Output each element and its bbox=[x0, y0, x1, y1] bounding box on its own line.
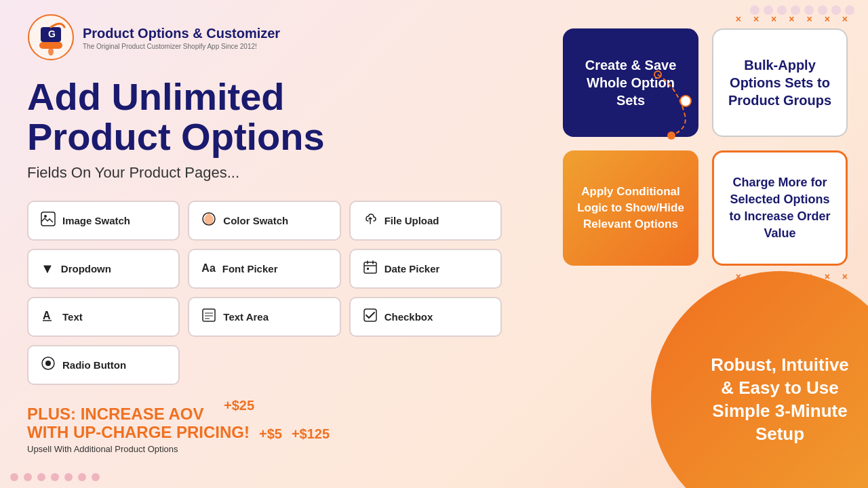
text-icon: A bbox=[41, 308, 56, 326]
card-conditional-logic[interactable]: Apply Conditional Logic to Show/Hide Rel… bbox=[563, 150, 698, 266]
circle-line1: Robust, Intuitive bbox=[711, 354, 849, 377]
right-panel: × × × × × × × Create & Save Whole Option… bbox=[454, 14, 848, 282]
svg-point-15 bbox=[45, 361, 51, 366]
price-tag-3: +$25 bbox=[224, 398, 254, 413]
text-label: Text bbox=[62, 311, 83, 323]
aov-section: PLUS: INCREASE AOV WITH UP-CHARGE PRICIN… bbox=[27, 405, 330, 454]
x-pattern-top: × × × × × × × bbox=[454, 14, 848, 24]
option-btn-radio-button[interactable]: Radio Button bbox=[27, 345, 180, 385]
main-headline: Add Unlimited Product Options bbox=[27, 77, 393, 157]
sub-headline: Fields On Your Product Pages... bbox=[27, 164, 393, 182]
text-area-label: Text Area bbox=[223, 311, 269, 323]
aov-main-line2: WITH UP-CHARGE PRICING! bbox=[27, 424, 250, 441]
svg-text:G: G bbox=[48, 28, 56, 39]
cards-bottom-row: Apply Conditional Logic to Show/Hide Rel… bbox=[454, 150, 848, 266]
svg-point-6 bbox=[44, 215, 47, 218]
option-btn-color-swatch[interactable]: Color Swatch bbox=[188, 201, 340, 241]
logo-area: G Product Options & Customizer The Origi… bbox=[27, 14, 393, 61]
app-logo-icon: G bbox=[27, 14, 75, 61]
card-conditional-logic-label: Apply Conditional Logic to Show/Hide Rel… bbox=[576, 184, 685, 232]
aov-text-block: PLUS: INCREASE AOV WITH UP-CHARGE PRICIN… bbox=[27, 405, 250, 454]
x-mark-1: × bbox=[736, 14, 741, 24]
x-mark-2: × bbox=[753, 14, 759, 24]
deco-dots-bottom bbox=[10, 473, 100, 481]
file-upload-label: File Upload bbox=[384, 215, 439, 226]
card-bulk-apply-label: Bulk-Apply Options Sets to Product Group… bbox=[727, 56, 833, 109]
options-grid: Image Swatch Color Swatch File Upload ▼ … bbox=[27, 201, 502, 385]
option-btn-checkbox[interactable]: Checkbox bbox=[349, 297, 502, 337]
big-orange-circle: Robust, Intuitive & Easy to Use Simple 3… bbox=[651, 271, 868, 488]
image-swatch-icon bbox=[41, 211, 56, 230]
svg-rect-8 bbox=[364, 262, 376, 273]
price-tag-2: +$125 bbox=[292, 426, 330, 442]
x-mark-3: × bbox=[771, 14, 776, 24]
text-area-icon bbox=[201, 308, 216, 326]
app-title: Product Options & Customizer bbox=[83, 25, 280, 41]
svg-text:A: A bbox=[43, 310, 51, 321]
circle-line4: Setup bbox=[711, 423, 849, 446]
aov-badge: PLUS: bbox=[27, 405, 81, 423]
option-btn-text[interactable]: A Text bbox=[27, 297, 180, 337]
x-mark-5: × bbox=[806, 14, 812, 24]
radio-button-icon bbox=[41, 356, 56, 374]
option-btn-dropdown[interactable]: ▼ Dropdown bbox=[27, 249, 180, 289]
x-mark-b7: × bbox=[842, 271, 848, 282]
circle-line3: Simple 3-Minute bbox=[711, 400, 849, 423]
card-charge-more-label: Charge More for Selected Options to Incr… bbox=[728, 174, 832, 243]
option-btn-image-swatch[interactable]: Image Swatch bbox=[27, 201, 180, 241]
svg-rect-12 bbox=[203, 309, 215, 321]
font-picker-icon: Aa bbox=[201, 262, 215, 274]
logo-text: Product Options & Customizer The Origina… bbox=[83, 25, 280, 50]
x-mark-7: × bbox=[842, 14, 848, 24]
option-btn-text-area[interactable]: Text Area bbox=[188, 297, 340, 337]
x-mark-4: × bbox=[789, 14, 794, 24]
aov-sub-text: Upsell With Additional Product Options bbox=[27, 444, 250, 454]
circle-line2: & Easy to Use bbox=[711, 377, 849, 400]
circle-text-block: Robust, Intuitive & Easy to Use Simple 3… bbox=[711, 354, 849, 445]
radio-button-label: Radio Button bbox=[62, 359, 126, 371]
file-upload-icon bbox=[363, 211, 378, 230]
option-btn-font-picker[interactable]: Aa Font Picker bbox=[188, 249, 340, 289]
app-tagline: The Original Product Customizer Shopify … bbox=[83, 43, 280, 50]
svg-rect-9 bbox=[367, 268, 369, 270]
image-swatch-label: Image Swatch bbox=[62, 215, 130, 226]
font-picker-label: Font Picker bbox=[222, 263, 278, 274]
checkbox-icon bbox=[363, 308, 378, 326]
dashed-arc bbox=[617, 68, 698, 149]
x-mark-6: × bbox=[825, 14, 830, 24]
svg-point-3 bbox=[48, 47, 54, 56]
price-tag-1: +$5 bbox=[259, 426, 282, 442]
svg-point-17 bbox=[667, 131, 675, 140]
date-picker-icon bbox=[363, 260, 378, 278]
dropdown-icon: ▼ bbox=[41, 261, 54, 277]
left-panel: G Product Options & Customizer The Origi… bbox=[27, 14, 393, 385]
card-bulk-apply[interactable]: Bulk-Apply Options Sets to Product Group… bbox=[712, 28, 848, 137]
aov-main-text: INCREASE AOV bbox=[81, 405, 204, 423]
dropdown-label: Dropdown bbox=[61, 263, 111, 274]
card-charge-more[interactable]: Charge More for Selected Options to Incr… bbox=[712, 150, 848, 266]
checkbox-label: Checkbox bbox=[384, 311, 433, 323]
date-picker-label: Date Picker bbox=[384, 263, 440, 274]
color-swatch-icon bbox=[201, 211, 216, 230]
color-swatch-label: Color Swatch bbox=[223, 215, 288, 226]
